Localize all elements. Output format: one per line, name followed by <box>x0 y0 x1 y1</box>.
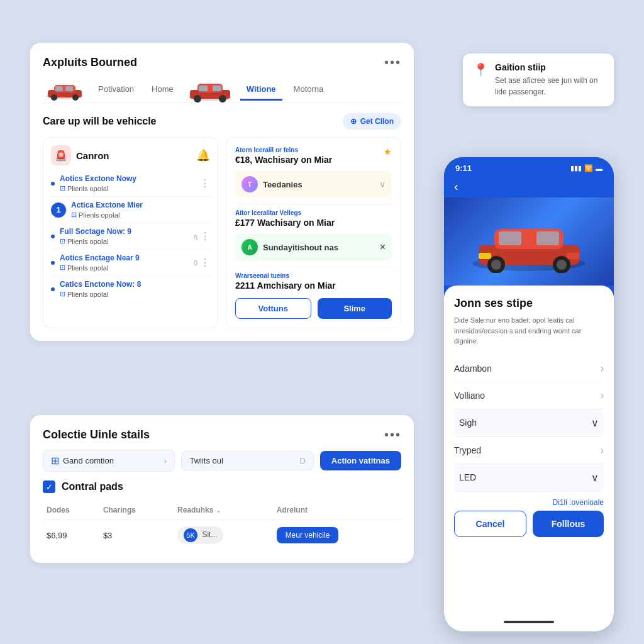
svg-point-11 <box>219 95 226 103</box>
svg-rect-23 <box>479 253 491 259</box>
follows-button[interactable]: Folllous <box>533 511 604 537</box>
checkbox-label: Contral pads <box>62 481 123 492</box>
phone-option-tryped[interactable]: Tryped › <box>454 437 604 464</box>
item-more-icon[interactable]: ⋮ <box>200 177 210 189</box>
table-row: $6,99 $3 5K Sit... Meur vehicile <box>43 520 401 551</box>
tab-home[interactable]: Home <box>145 79 180 101</box>
chevron-down-icon-sigh: ∨ <box>591 417 599 429</box>
cancel-button[interactable]: Cancel <box>454 511 526 537</box>
sub-icon: ⊡ <box>60 237 65 245</box>
svg-rect-13 <box>213 86 221 91</box>
list-dot <box>51 261 55 265</box>
option-label-led: LED <box>459 472 476 482</box>
right-value-3: 2211 Amchisary on Miar <box>235 280 392 291</box>
provider-row-1[interactable]: T Teedanies ∨ <box>235 171 392 197</box>
data-table: Dodes Charings Readuhks ⌄ Adrelunt $6,99… <box>43 501 401 550</box>
provider-row-2[interactable]: A Sundayitishout nas × <box>235 234 392 260</box>
list-icon: 🚨 <box>51 145 71 165</box>
phone-body: Jonn ses stipe Dide Sale:nur eno badet: … <box>444 286 614 613</box>
home-bar <box>504 621 554 623</box>
svg-rect-22 <box>536 231 559 245</box>
list-item-title: Aotics Exctone Nowy <box>60 174 200 183</box>
slime-button[interactable]: Slime <box>318 298 392 319</box>
provider-name-1: Teedanies <box>263 180 374 189</box>
action-btn[interactable]: Action vatitnas <box>320 451 401 470</box>
checkbox-icon[interactable]: ✓ <box>43 480 55 493</box>
checkbox-row: ✓ Contral pads <box>43 480 401 493</box>
provider-avatar-2: A <box>242 239 258 255</box>
filter-icon-1: ⊞ <box>51 455 59 467</box>
option-label-volliano: Volliano <box>454 391 485 401</box>
bell-icon[interactable]: 🔔 <box>196 148 210 162</box>
phone-time: 9:11 <box>455 164 472 173</box>
cell-adrelunt: Meur vehicile <box>273 520 401 551</box>
bottom-card-title: Colectie Uinle stails <box>43 428 150 441</box>
list-sub: Plienls opoIal <box>67 185 108 192</box>
filter-item-2[interactable]: Twiits oul D <box>181 451 313 470</box>
filter-arrow-1: › <box>164 456 167 465</box>
tab-car-image-1 <box>43 79 87 101</box>
tab-witione[interactable]: Witione <box>240 79 282 101</box>
phone-option-adambon[interactable]: Adambon › <box>454 355 604 382</box>
phone-link[interactable]: Di1li :ovenioale <box>454 498 604 507</box>
svg-rect-12 <box>199 86 208 91</box>
vottuns-button[interactable]: Vottuns <box>235 298 311 319</box>
provider-name-2: Sundayitishout nas <box>263 243 375 252</box>
svg-point-18 <box>491 260 501 270</box>
phone-car-image <box>444 197 614 286</box>
list-card-header: 🚨 Canron 🔔 <box>51 145 210 165</box>
chevron-right-icon: › <box>601 363 604 374</box>
svg-rect-6 <box>65 86 73 91</box>
left-list-card: 🚨 Canron 🔔 Aotics Exctone Nowy ⊡ Plienls… <box>43 137 218 328</box>
filter-item-1[interactable]: ⊞ Gand comtion › <box>43 450 175 472</box>
more-menu-icon[interactable]: ••• <box>384 55 401 70</box>
phone-option-led[interactable]: LED ∨ <box>454 464 604 492</box>
tooltip-title: Gaition stiip <box>495 62 604 72</box>
item-num: η <box>194 233 197 240</box>
phone-option-volliano[interactable]: Volliano › <box>454 382 604 409</box>
list-sub: Plienls opoIal <box>67 238 108 245</box>
item-more-icon[interactable]: ⋮ <box>200 257 210 269</box>
right-value-2: £177 Wachisary on Miar <box>235 218 392 228</box>
get-button[interactable]: ⊕ Get Cllon <box>343 113 401 130</box>
tab-car-image-2 <box>185 77 235 103</box>
section-header: Care up will be vehiccle ⊕ Get Cllon <box>43 113 401 130</box>
filter-label-1: Gand comtion <box>63 456 114 465</box>
list-dot <box>51 182 55 186</box>
star-icon: ★ <box>384 147 392 157</box>
phone-option-sigh[interactable]: Sigh ∨ <box>454 409 604 437</box>
list-dot <box>51 235 55 238</box>
back-button[interactable]: ‹ <box>454 179 458 193</box>
bottom-card: Colectie Uinle stails ••• ⊞ Gand comtion… <box>30 415 414 563</box>
close-icon[interactable]: × <box>380 242 386 253</box>
sort-icon: ⌄ <box>216 507 221 514</box>
get-btn-label: Get Cllon <box>360 117 394 126</box>
svg-point-4 <box>72 94 79 101</box>
right-value-1: €18, Wachisary on Miar <box>235 155 332 165</box>
list-sub: Plienls opoIal <box>67 291 108 298</box>
item-more-icon[interactable]: ⋮ <box>200 230 210 242</box>
meur-vehicle-btn[interactable]: Meur vehicile <box>277 527 339 543</box>
tooltip-body: Set ase aficree see jun with on lide pas… <box>495 75 604 97</box>
list-item-title: Actica Exctone Mier <box>71 201 210 209</box>
get-btn-icon: ⊕ <box>350 117 357 126</box>
list-sub: Plienls opoIal <box>79 211 119 219</box>
action-row: Vottuns Slime <box>235 298 392 319</box>
svg-rect-24 <box>567 253 579 259</box>
col-header-readuhks[interactable]: Readuhks ⌄ <box>174 501 273 520</box>
phone-back-bar: ‹ <box>444 175 614 197</box>
right-label-2: Aitor Iceralitar Vellegs <box>235 209 392 216</box>
wifi-icon: 🛜 <box>584 164 593 172</box>
badge-number: 1 <box>51 203 66 218</box>
phone-car-name: Jonn ses stipe <box>454 297 604 310</box>
sub-icon: ⊡ <box>60 290 65 298</box>
bottom-more-icon[interactable]: ••• <box>384 428 401 442</box>
svg-point-3 <box>51 94 57 101</box>
section-title: Care up will be vehiccle <box>43 116 157 127</box>
phone-status-icons: ▮▮▮ 🛜 ▬ <box>570 164 602 172</box>
list-item: Catics Enctone Now: 8 ⊡ Plienls opoIal <box>51 276 210 302</box>
tab-motorna[interactable]: Motorna <box>287 79 330 101</box>
main-card: Axpluits Bourned ••• Potivation Home Wit… <box>30 43 414 341</box>
badge-tag: 5K Sit... <box>177 526 223 544</box>
tab-potivation[interactable]: Potivation <box>92 79 140 101</box>
